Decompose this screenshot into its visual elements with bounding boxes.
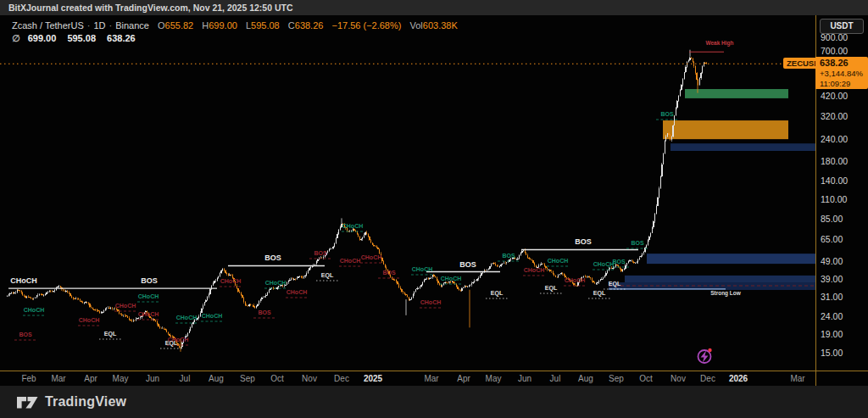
svg-text:49.00: 49.00	[821, 256, 843, 266]
exchange-label: Binance	[115, 20, 149, 31]
svg-text:Mar: Mar	[424, 374, 439, 383]
symbol-header: Zcash / TetherUS·1D·Binance O655.82 H699…	[12, 20, 458, 44]
svg-text:Nov: Nov	[670, 374, 686, 383]
svg-text:19.00: 19.00	[821, 329, 843, 339]
svg-text:CHoCH: CHoCH	[593, 261, 615, 267]
svg-text:CHoCH: CHoCH	[176, 315, 198, 320]
svg-text:CHoCH: CHoCH	[265, 280, 287, 286]
smc-labels: CHoCHCHoCHCHoCHCHoCHCHoCHCHoCHCHoCHCHoCH…	[14, 111, 678, 348]
green-supply-zone	[685, 89, 788, 98]
svg-text:Dec: Dec	[334, 374, 349, 383]
long-wicks	[181, 50, 698, 352]
chart-canvas[interactable]: CHoCHBOSBOSBOSBOSCHoCHCHoCHCHoCHCHoCHCHo…	[0, 0, 868, 418]
svg-text:Aug: Aug	[209, 374, 224, 383]
svg-text:CHoCH: CHoCH	[202, 313, 223, 319]
low-value: 595.08	[251, 20, 280, 31]
svg-text:CHoCH: CHoCH	[412, 266, 433, 272]
currency-toggle-button[interactable]: USDT	[820, 19, 864, 34]
svg-text:2025: 2025	[364, 374, 383, 383]
svg-text:320.00: 320.00	[821, 111, 848, 121]
svg-text:CHoCH: CHoCH	[565, 277, 586, 283]
svg-text:Aug: Aug	[578, 374, 593, 383]
svg-text:Mar: Mar	[790, 374, 805, 383]
svg-text:Dec: Dec	[700, 374, 715, 383]
svg-text:Oct: Oct	[270, 374, 284, 383]
svg-text:Sep: Sep	[609, 374, 624, 383]
svg-text:Mar: Mar	[51, 374, 66, 383]
svg-text:CHoCH: CHoCH	[79, 317, 100, 323]
change-value: −17.56 (−2.68%)	[331, 20, 401, 31]
last-price-tag[interactable]: ZECUSDT 638.26 +3,144.84% 11:09:29	[783, 57, 868, 89]
svg-text:CHoCH: CHoCH	[340, 258, 361, 264]
avg-symbol: ∅	[12, 33, 20, 43]
avg-low: 595.08	[67, 33, 96, 43]
avg-price-row: ∅ 699.00 595.08 638.26	[12, 33, 458, 44]
svg-text:BOS: BOS	[612, 259, 626, 265]
axis-borders	[0, 15, 868, 386]
svg-text:140.00: 140.00	[821, 176, 848, 186]
svg-text:Strong Low: Strong Low	[710, 290, 742, 297]
svg-text:Jun: Jun	[146, 374, 159, 383]
svg-text:BOS: BOS	[660, 111, 674, 117]
svg-text:EQL: EQL	[593, 290, 606, 297]
svg-text:15.00: 15.00	[821, 348, 843, 358]
weak-high-marker: Weak High	[689, 40, 734, 52]
svg-text:BOS: BOS	[575, 237, 592, 246]
svg-text:BOS: BOS	[382, 270, 396, 276]
svg-text:39.00: 39.00	[821, 274, 843, 284]
svg-text:BOS: BOS	[459, 260, 476, 269]
volume-label: Vol	[410, 20, 423, 31]
svg-text:BOS: BOS	[631, 240, 644, 246]
svg-text:85.00: 85.00	[821, 214, 843, 224]
svg-text:Apr: Apr	[457, 374, 470, 383]
svg-text:EQL: EQL	[491, 290, 504, 297]
volume-value: 603.38K	[423, 20, 458, 31]
svg-text:CHoCH: CHoCH	[548, 258, 569, 264]
svg-text:180.00: 180.00	[821, 156, 848, 166]
svg-text:24.00: 24.00	[821, 311, 843, 321]
svg-text:CHoCH: CHoCH	[361, 254, 382, 260]
time-axis[interactable]: FebMarAprMayJunJulAugSepOctNovDec2025Mar…	[21, 374, 805, 383]
strong-low-label: Strong Low	[710, 290, 742, 297]
svg-text:Jul: Jul	[180, 374, 191, 383]
svg-text:Jun: Jun	[518, 374, 531, 383]
last-price-value: 638.26	[820, 58, 868, 69]
orange-demand-zone	[663, 120, 788, 139]
svg-text:420.00: 420.00	[821, 91, 848, 101]
interval-label[interactable]: 1D	[93, 20, 105, 31]
svg-text:CHoCH: CHoCH	[524, 267, 545, 273]
svg-text:240.00: 240.00	[821, 134, 848, 144]
symbol-title[interactable]: Zcash / TetherUS	[12, 20, 84, 31]
svg-text:CHoCH: CHoCH	[342, 223, 364, 229]
open-value: 655.82	[165, 20, 194, 31]
svg-text:Jul: Jul	[550, 374, 561, 383]
candlestick-series[interactable]	[7, 57, 707, 348]
svg-text:CHoCH: CHoCH	[24, 307, 45, 313]
svg-text:Oct: Oct	[639, 374, 653, 383]
svg-text:CHoCH: CHoCH	[138, 311, 159, 317]
flash-icon[interactable]	[698, 348, 712, 363]
svg-text:31.00: 31.00	[821, 292, 843, 302]
avg-high: 699.00	[28, 33, 57, 43]
svg-text:EQL: EQL	[609, 281, 621, 287]
svg-text:CHoCH: CHoCH	[420, 299, 442, 305]
svg-text:CHoCH: CHoCH	[115, 303, 136, 309]
svg-text:BOS: BOS	[141, 276, 158, 285]
svg-text:EQL: EQL	[104, 331, 117, 337]
svg-text:Nov: Nov	[302, 374, 317, 383]
price-tag-body: 638.26 +3,144.84% 11:09:29	[815, 57, 868, 89]
svg-text:Sep: Sep	[240, 374, 255, 383]
navy-zone-1	[670, 143, 815, 151]
svg-text:2026: 2026	[729, 374, 748, 383]
svg-text:CHoCH: CHoCH	[220, 278, 242, 284]
svg-text:May: May	[486, 374, 502, 383]
svg-text:EQL: EQL	[321, 272, 334, 279]
svg-text:700.00: 700.00	[821, 46, 848, 56]
separator-dot: ·	[109, 20, 113, 31]
high-value: 699.00	[209, 20, 237, 31]
svg-text:Weak High: Weak High	[705, 40, 733, 47]
svg-text:CHoCH: CHoCH	[441, 276, 462, 281]
separator-dot: ·	[87, 20, 91, 31]
svg-text:BOS: BOS	[314, 250, 327, 256]
avg-close: 638.26	[107, 33, 136, 43]
